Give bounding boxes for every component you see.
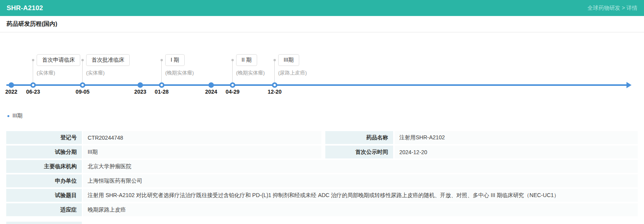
connector-tip-dot	[81, 59, 84, 61]
row-value: 2024-12-20	[395, 146, 638, 158]
connector-tip-dot	[161, 59, 163, 61]
connector-tip-dot	[32, 59, 34, 61]
page-title: SHR-A2102	[7, 4, 43, 12]
connector-tip-dot	[273, 59, 276, 61]
trial-info-table: 登记号 CTR20244748 药品名称 注射用SHR-A2102 试验分期 I…	[6, 131, 638, 224]
table-row: 试验题目 注射用 SHR-A2102 对比研究者选择疗法治疗既往接受过含铂化疗和…	[6, 189, 638, 202]
milestone-label[interactable]: III期	[278, 54, 299, 66]
row-value: III期	[83, 146, 321, 158]
timeline-year-label: 2024	[205, 89, 217, 95]
next-table-partial	[6, 222, 82, 224]
timeline-dot[interactable]	[80, 82, 85, 88]
table-row: 适应症 晚期尿路上皮癌	[6, 203, 638, 216]
timeline-dot[interactable]	[272, 82, 277, 88]
row-label: 试验分期	[6, 146, 82, 158]
development-timeline: 2022 首次申请临床 (实体瘤) 06-23 首次批准临床 (实体瘤) 09-…	[0, 32, 644, 107]
milestone-label[interactable]: 首次批准临床	[86, 54, 130, 66]
row-value: 北京大学肿瘤医院	[83, 160, 638, 173]
row-label: 首次公示时间	[325, 146, 393, 158]
trial-detail-section: III期 登记号 CTR20244748 药品名称 注射用SHR-A2102 试…	[0, 112, 644, 224]
timeline-dot[interactable]	[230, 82, 235, 88]
milestone-sublabel: (实体瘤)	[37, 69, 55, 76]
row-label: 试验题目	[6, 189, 82, 202]
milestone-date: 01-28	[155, 89, 169, 95]
row-value: CTR20244748	[83, 131, 321, 144]
app-header: SHR-A2102 全球药物研发 > 详情	[0, 0, 644, 16]
section-title-bar: 药品研发历程(国内)	[0, 16, 644, 32]
timeline-arrow-icon	[626, 82, 632, 88]
row-label: 申办单位	[6, 174, 82, 187]
connector-line	[82, 61, 83, 83]
row-value: 注射用 SHR-A2102 对比研究者选择疗法治疗既往接受过含铂化疗和 PD-(…	[83, 189, 638, 202]
milestone-sublabel: (晚期实体瘤)	[165, 69, 194, 76]
milestone-sublabel: (实体瘤)	[86, 69, 105, 76]
timeline-year-label: 2022	[5, 89, 17, 95]
timeline-dot[interactable]	[159, 82, 164, 88]
breadcrumb[interactable]: 全球药物研发 > 详情	[588, 5, 637, 12]
milestone-date: 04-29	[226, 89, 240, 95]
connector-line	[274, 61, 275, 83]
row-label: 药品名称	[325, 131, 393, 144]
connector-line	[161, 61, 162, 83]
phase-heading: III期	[6, 112, 638, 120]
timeline-year-label: 2023	[134, 89, 146, 95]
phase-heading-label: III期	[12, 112, 23, 119]
milestone-label[interactable]: 首次申请临床	[37, 54, 80, 66]
table-row: 主要临床机构 北京大学肿瘤医院	[6, 160, 638, 173]
connector-line	[33, 61, 33, 83]
row-value: 上海恒瑞医药有限公司	[83, 174, 638, 187]
connector-tip-dot	[231, 59, 234, 61]
row-label: 主要临床机构	[6, 160, 82, 173]
milestone-sublabel: (晚期实体瘤)	[236, 69, 265, 76]
table-row: 申办单位 上海恒瑞医药有限公司	[6, 174, 638, 187]
timeline-year-dot	[138, 82, 143, 88]
bullet-icon	[7, 115, 9, 117]
section-title: 药品研发历程(国内)	[7, 20, 57, 28]
timeline-year-dot	[208, 82, 214, 88]
milestone-date: 12-20	[268, 89, 282, 95]
milestone-label[interactable]: I 期	[165, 54, 185, 66]
table-row: 试验分期 III期 首次公示时间 2024-12-20	[6, 146, 638, 158]
timeline-dot[interactable]	[30, 82, 36, 88]
timeline-year-dot	[9, 82, 14, 88]
timeline-axis-line	[6, 84, 628, 86]
row-label: 适应症	[6, 203, 82, 216]
connector-line	[232, 61, 233, 83]
milestone-sublabel: (尿路上皮癌)	[278, 69, 307, 76]
row-value: 晚期尿路上皮癌	[83, 203, 638, 216]
row-label: 登记号	[6, 131, 82, 144]
milestone-date: 06-23	[26, 89, 40, 95]
milestone-label[interactable]: II 期	[236, 54, 257, 66]
row-value: 注射用SHR-A2102	[395, 131, 638, 144]
table-row: 登记号 CTR20244748 药品名称 注射用SHR-A2102	[6, 131, 638, 144]
milestone-date: 09-05	[76, 89, 90, 95]
